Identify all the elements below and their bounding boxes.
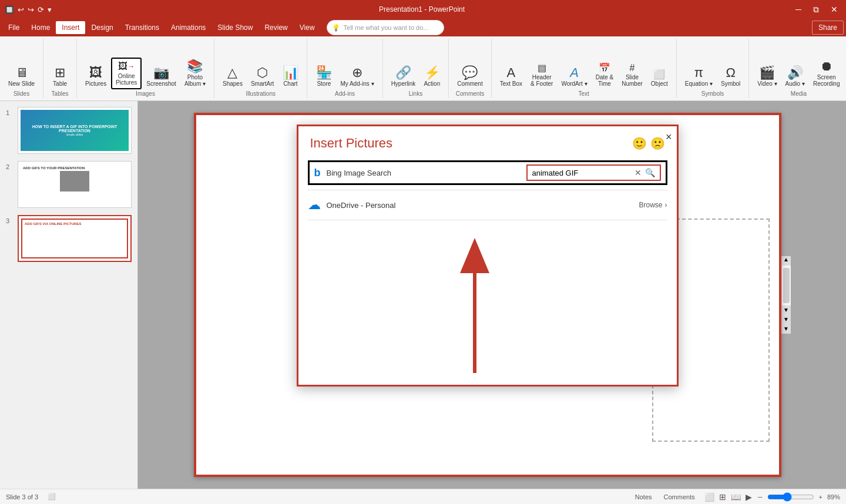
object-button[interactable]: ⬜ Object: [647, 68, 672, 89]
chart-button[interactable]: 📊 Chart: [278, 64, 302, 89]
images-group-label: Images: [82, 90, 209, 97]
main-area: 1 HOW TO INSERT A GIF INTO POWERPOINT PR…: [0, 101, 846, 489]
shapes-button[interactable]: △ Shapes: [219, 64, 246, 89]
audio-button[interactable]: 🔊 Audio ▾: [782, 64, 808, 89]
right-scrollbar[interactable]: ▲ ▼ ▼ ▼: [781, 256, 791, 334]
scroll-track: [782, 266, 791, 305]
table-button[interactable]: ⊞ Table: [48, 64, 72, 89]
svg-marker-1: [460, 238, 489, 273]
slide-layout-icon: ⬜: [48, 493, 56, 500]
scroll-down-button-2[interactable]: ▼: [782, 315, 791, 324]
zoom-plus-button[interactable]: +: [819, 493, 822, 500]
menu-insert[interactable]: Insert: [56, 21, 85, 34]
bing-label: Bing Image Search: [327, 169, 526, 177]
dialog-close-button[interactable]: ×: [666, 131, 672, 143]
search-input[interactable]: [532, 169, 631, 177]
comments-group-label: Comments: [454, 90, 486, 97]
menu-design[interactable]: Design: [85, 21, 119, 34]
my-addins-button[interactable]: ⊕ My Add-ins ▾: [337, 64, 377, 89]
slide-num-2: 2: [6, 163, 14, 170]
online-pictures-button[interactable]: 🖼→ OnlinePictures: [111, 58, 142, 89]
restore-button[interactable]: ⧉: [810, 4, 822, 16]
zoom-slider[interactable]: [767, 492, 814, 502]
view-icons: ⬜ ⊞ 📖 ▶: [703, 491, 753, 503]
smartart-icon: ⬡: [257, 66, 268, 79]
slide-number-button[interactable]: # SlideNumber: [618, 61, 646, 89]
onedrive-label: OneDrive - Personal: [327, 201, 396, 210]
dialog-header: Insert Pictures 🙂 🙁: [298, 126, 677, 156]
photo-album-icon: 📚: [187, 60, 203, 73]
slide1-subtitle: simple slides: [66, 133, 83, 136]
menu-file[interactable]: File: [2, 21, 25, 34]
screenshot-button[interactable]: 📷 Screenshot: [143, 64, 180, 89]
share-button[interactable]: Share: [812, 21, 844, 35]
reading-view-icon[interactable]: 📖: [730, 491, 742, 503]
undo-icon[interactable]: ↩: [18, 5, 24, 14]
pictures-button[interactable]: 🖼 Pictures: [82, 64, 110, 89]
screen-recording-button[interactable]: ⏺ ScreenRecording: [810, 58, 844, 89]
menu-animations[interactable]: Animations: [165, 21, 212, 34]
slide-thumb-1[interactable]: 1 HOW TO INSERT A GIF INTO POWERPOINT PR…: [4, 105, 134, 156]
tables-group-label: Tables: [48, 90, 72, 97]
insert-pictures-dialog: × Insert Pictures 🙂 🙁 b Bing Image Searc…: [297, 125, 679, 387]
video-button[interactable]: 🎬 Video ▾: [754, 64, 780, 89]
slide-preview-3: ADD GIFS VIA ONLINE PICTURES: [18, 215, 132, 262]
comments-button[interactable]: Comments: [660, 492, 699, 502]
search-clear-button[interactable]: ✕: [634, 168, 642, 177]
action-button[interactable]: ⚡ Action: [420, 64, 444, 89]
equation-button[interactable]: π Equation ▾: [682, 64, 716, 89]
menu-slideshow[interactable]: Slide Show: [212, 21, 258, 34]
slide2-title: ADD GIFS TO YOUR PRESENTATION: [23, 166, 126, 170]
notes-button[interactable]: Notes: [632, 492, 656, 502]
title-bar: 🔲 ↩ ↪ ⟳ ▾ Presentation1 - PowerPoint ─ ⧉…: [0, 0, 846, 19]
ribbon-group-illustrations: △ Shapes ⬡ SmartArt 📊 Chart Illustration…: [214, 39, 307, 98]
browse-chevron-icon: ›: [665, 201, 667, 209]
slide3-title: ADD GIFS VIA ONLINE PICTURES: [25, 222, 125, 226]
refresh-icon[interactable]: ⟳: [38, 5, 44, 14]
menu-transitions[interactable]: Transitions: [119, 21, 165, 34]
scroll-up-button[interactable]: ▲: [782, 256, 791, 266]
customize-icon[interactable]: ▾: [48, 5, 52, 14]
zoom-minus-button[interactable]: ─: [758, 493, 763, 500]
chart-icon: 📊: [283, 66, 298, 79]
close-button[interactable]: ✕: [827, 4, 841, 15]
new-slide-button[interactable]: 🖥 New Slide: [5, 64, 38, 89]
wordart-button[interactable]: A WordArt ▾: [558, 64, 590, 89]
menu-view[interactable]: View: [294, 21, 321, 34]
slide-preview-1: HOW TO INSERT A GIF INTO POWERPOINT PRES…: [18, 107, 132, 154]
slide-panel: 1 HOW TO INSERT A GIF INTO POWERPOINT PR…: [0, 101, 138, 489]
smartart-button[interactable]: ⬡ SmartArt: [247, 64, 277, 89]
browse-link[interactable]: Browse ›: [639, 201, 667, 209]
tell-me-bar[interactable]: 💡 Tell me what you want to do...: [327, 20, 444, 35]
textbox-button[interactable]: A Text Box: [496, 64, 526, 89]
slideshow-view-icon[interactable]: ▶: [744, 491, 753, 503]
photo-album-button[interactable]: 📚 PhotoAlbum ▾: [181, 58, 209, 89]
onedrive-icon: ☁: [308, 197, 321, 213]
date-time-button[interactable]: 📅 Date &Time: [592, 61, 617, 89]
equation-icon: π: [694, 66, 703, 79]
slide-sorter-icon[interactable]: ⊞: [718, 491, 727, 503]
minimize-button[interactable]: ─: [792, 4, 805, 15]
title-bar-controls: ─ ⧉ ✕: [792, 4, 841, 16]
store-icon: 🏪: [316, 66, 332, 79]
title-bar-left: 🔲 ↩ ↪ ⟳ ▾: [5, 5, 52, 14]
screenshot-icon: 📷: [153, 66, 169, 79]
app-title: Presentation1 - PowerPoint: [52, 5, 792, 14]
hyperlink-button[interactable]: 🔗 Hyperlink: [388, 64, 419, 89]
scroll-down-button-3[interactable]: ▼: [782, 324, 791, 334]
scroll-thumb[interactable]: [783, 268, 790, 303]
menu-home[interactable]: Home: [25, 21, 56, 34]
slide-thumb-2[interactable]: 2 ADD GIFS TO YOUR PRESENTATION: [4, 159, 134, 210]
search-go-button[interactable]: 🔍: [645, 168, 655, 177]
date-icon: 📅: [599, 63, 610, 73]
redo-icon[interactable]: ↪: [28, 5, 34, 14]
ribbon-group-images: 🖼 Pictures 🖼→ OnlinePictures 📷 Screensho…: [77, 39, 214, 98]
scroll-down-button[interactable]: ▼: [782, 305, 791, 315]
menu-review[interactable]: Review: [258, 21, 293, 34]
slide-thumb-3[interactable]: 3 ADD GIFS VIA ONLINE PICTURES: [4, 213, 134, 264]
symbol-button[interactable]: Ω Symbol: [717, 64, 744, 89]
normal-view-icon[interactable]: ⬜: [703, 491, 716, 503]
comment-button[interactable]: 💬 Comment: [454, 64, 486, 89]
header-footer-button[interactable]: ▤ Header& Footer: [527, 61, 556, 89]
store-button[interactable]: 🏪 Store: [312, 64, 335, 89]
